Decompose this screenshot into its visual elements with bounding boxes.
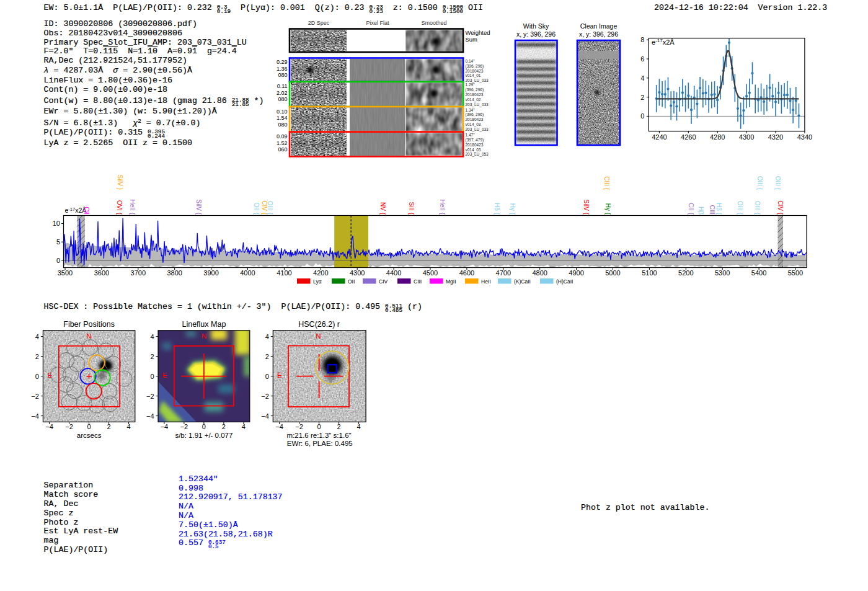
svg-text:0.09: 0.09: [277, 133, 288, 140]
svg-text:E: E: [162, 371, 167, 379]
svg-text:4300: 4300: [350, 269, 365, 277]
svg-text:v014_01: v014_01: [466, 73, 481, 78]
svg-text:(396, 296): (396, 296): [466, 112, 484, 117]
svg-text:6: 6: [640, 55, 644, 63]
svg-text:NV {: NV {: [379, 202, 386, 215]
svg-text:(397, 479): (397, 479): [466, 138, 484, 143]
svg-text:Hγ {: Hγ {: [604, 203, 611, 215]
svg-text:2D Spec: 2D Spec: [308, 20, 330, 26]
svg-text:Hβ: Hβ: [698, 207, 704, 215]
svg-text:Lyα: Lyα: [313, 278, 322, 285]
svg-text:arcsecs: arcsecs: [77, 432, 102, 439]
svg-text:2: 2: [150, 353, 154, 360]
svg-text:e-17x2Å: e-17x2Å: [65, 207, 87, 215]
svg-text:4300: 4300: [739, 133, 754, 141]
svg-text:Hβ {: Hβ {: [715, 203, 722, 215]
svg-text:v014_02: v014_02: [466, 97, 481, 102]
svg-text:OIII {: OIII {: [737, 201, 743, 215]
svg-text:OII: OII: [348, 278, 355, 285]
svg-text:OII {: OII {: [253, 203, 260, 215]
svg-text:2: 2: [222, 423, 226, 430]
svg-text:203_LU_033: 203_LU_033: [466, 102, 489, 107]
svg-text:E: E: [277, 371, 282, 379]
svg-text:0: 0: [150, 373, 154, 380]
svg-text:Hδ {: Hδ {: [494, 203, 500, 215]
svg-text:0.11: 0.11: [277, 83, 288, 89]
svg-text:2: 2: [265, 353, 269, 360]
svg-text:3600: 3600: [94, 269, 109, 277]
svg-text:−2: −2: [65, 423, 73, 430]
svg-text:MgII: MgII: [446, 278, 456, 285]
svg-text:1.36: 1.36: [277, 66, 288, 72]
svg-text:2: 2: [337, 423, 341, 430]
svg-text:4: 4: [150, 333, 154, 340]
svg-text:CII {: CII {: [688, 203, 694, 215]
svg-text:Smoothed: Smoothed: [421, 20, 446, 26]
svg-text:0: 0: [640, 112, 644, 120]
svg-text:080: 080: [278, 96, 287, 102]
svg-text:OIII {: OIII {: [774, 176, 781, 190]
svg-text:CII: CII: [83, 207, 90, 215]
svg-text:(396, 296): (396, 296): [466, 64, 484, 69]
svg-text:OIII {: OIII {: [754, 201, 761, 215]
svg-text:SiII {: SiII {: [408, 202, 415, 215]
svg-text:203_LU_033: 203_LU_033: [466, 127, 489, 132]
svg-text:3900: 3900: [203, 269, 218, 277]
svg-text:4: 4: [242, 423, 246, 430]
svg-text:5100: 5100: [642, 269, 657, 277]
svg-text:4600: 4600: [459, 269, 474, 277]
svg-text:1.29": 1.29": [466, 82, 476, 87]
svg-text:x, y: 396, 296: x, y: 396, 296: [516, 30, 556, 38]
svg-text:(396, 296): (396, 296): [466, 87, 484, 92]
svg-text:4: 4: [357, 423, 361, 430]
svg-text:2: 2: [35, 353, 39, 360]
svg-text:Fiber Positions: Fiber Positions: [63, 320, 115, 329]
svg-text:5: 5: [56, 238, 60, 246]
svg-text:Weighted: Weighted: [466, 29, 490, 36]
svg-text:4280: 4280: [710, 133, 725, 141]
svg-text:N: N: [86, 332, 91, 340]
svg-text:Pixel Flat: Pixel Flat: [366, 20, 389, 26]
svg-text:−4: −4: [31, 412, 39, 420]
svg-text:−4: −4: [275, 423, 283, 430]
svg-text:v014_03: v014_03: [466, 122, 481, 127]
svg-text:Lineflux Map: Lineflux Map: [182, 320, 226, 329]
svg-text:−2: −2: [295, 423, 303, 430]
svg-text:(H)CaII: (H)CaII: [556, 278, 573, 285]
svg-text:−4: −4: [161, 423, 169, 430]
svg-text:−2: −2: [31, 393, 39, 400]
svg-text:0: 0: [56, 257, 60, 264]
svg-text:0: 0: [35, 373, 39, 380]
svg-text:0.29: 0.29: [277, 59, 288, 65]
svg-text:CIV {: CIV {: [777, 200, 784, 215]
svg-text:e-17x2Å: e-17x2Å: [652, 38, 675, 46]
svg-text:4: 4: [265, 333, 269, 340]
svg-text:−2: −2: [180, 423, 188, 430]
svg-text:5400: 5400: [751, 269, 766, 277]
svg-text:080: 080: [278, 72, 287, 78]
svg-text:0: 0: [265, 373, 269, 380]
svg-text:−4: −4: [261, 412, 269, 420]
svg-text:SiIV {: SiIV {: [195, 200, 202, 215]
svg-text:HSC(26.2) r: HSC(26.2) r: [298, 320, 340, 329]
svg-text:OIII {: OIII {: [756, 176, 763, 190]
svg-text:2: 2: [107, 423, 111, 430]
svg-text:0: 0: [317, 423, 321, 430]
svg-text:1.34": 1.34": [466, 108, 476, 112]
svg-text:CIII: CIII: [709, 205, 715, 215]
svg-text:OIII {: OIII {: [267, 201, 273, 215]
svg-text:4: 4: [35, 333, 39, 340]
svg-text:HeII: HeII: [481, 278, 491, 285]
svg-text:20180423: 20180423: [466, 117, 484, 122]
svg-text:Sum: Sum: [466, 36, 478, 43]
svg-text:x, y: 396, 296: x, y: 396, 296: [579, 30, 618, 38]
svg-text:2.02: 2.02: [277, 90, 288, 96]
svg-text:4900: 4900: [569, 269, 583, 277]
svg-text:1.52: 1.52: [277, 140, 288, 146]
svg-text:0: 0: [202, 423, 206, 430]
svg-text:5200: 5200: [678, 269, 693, 277]
svg-text:−2: −2: [261, 393, 269, 400]
svg-text:4260: 4260: [681, 133, 696, 141]
svg-text:4800: 4800: [532, 269, 547, 277]
svg-text:SiIV }: SiIV }: [117, 175, 123, 190]
